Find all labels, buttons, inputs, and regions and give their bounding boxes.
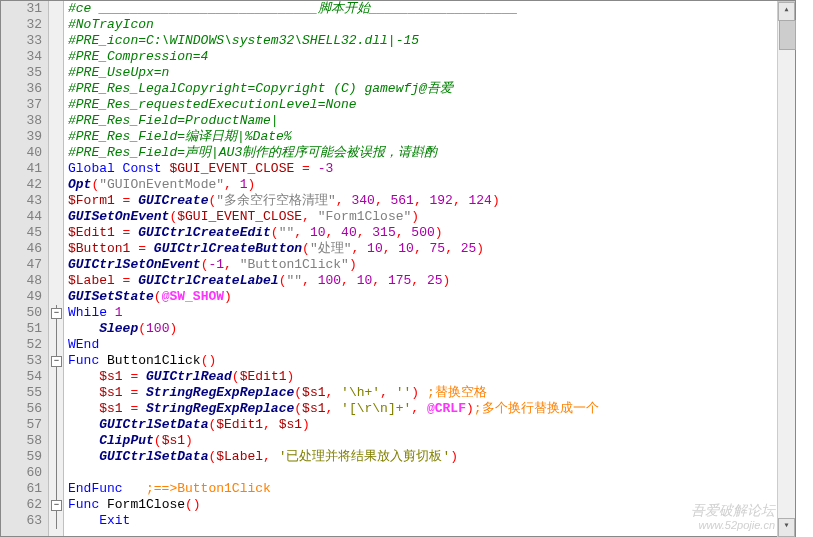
code-line[interactable]: $s1 = StringRegExpReplace($s1, '[\r\n]+'… bbox=[68, 401, 795, 417]
code-line[interactable]: $Button1 = GUICtrlCreateButton("处理", 10,… bbox=[68, 241, 795, 257]
fold-toggle[interactable]: − bbox=[51, 500, 62, 511]
code-line[interactable]: #PRE_Res_requestedExecutionLevel=None bbox=[68, 97, 795, 113]
line-number: 59 bbox=[1, 449, 42, 465]
line-number: 46 bbox=[1, 241, 42, 257]
code-line[interactable]: #PRE_Res_Field=编译日期|%Date% bbox=[68, 129, 795, 145]
line-number: 41 bbox=[1, 161, 42, 177]
line-number: 49 bbox=[1, 289, 42, 305]
code-line[interactable]: #PRE_UseUpx=n bbox=[68, 65, 795, 81]
code-line[interactable]: Sleep(100) bbox=[68, 321, 795, 337]
scroll-down-button[interactable]: ▾ bbox=[778, 518, 795, 537]
line-number: 38 bbox=[1, 113, 42, 129]
line-number: 47 bbox=[1, 257, 42, 273]
code-line[interactable]: $s1 = GUICtrlRead($Edit1) bbox=[68, 369, 795, 385]
fold-margin[interactable]: −−− bbox=[49, 1, 64, 536]
code-line[interactable]: #PRE_Compression=4 bbox=[68, 49, 795, 65]
code-line[interactable]: $Form1 = GUICreate("多余空行空格清理", 340, 561,… bbox=[68, 193, 795, 209]
line-number: 54 bbox=[1, 369, 42, 385]
line-number: 39 bbox=[1, 129, 42, 145]
line-number: 51 bbox=[1, 321, 42, 337]
code-line[interactable]: $s1 = StringRegExpReplace($s1, '\h+', ''… bbox=[68, 385, 795, 401]
line-number: 34 bbox=[1, 49, 42, 65]
code-line[interactable]: #PRE_icon=C:\WINDOWS\system32\SHELL32.dl… bbox=[68, 33, 795, 49]
code-line[interactable]: GUICtrlSetData($Edit1, $s1) bbox=[68, 417, 795, 433]
code-line[interactable]: GUICtrlSetOnEvent(-1, "Button1Click") bbox=[68, 257, 795, 273]
code-line[interactable]: Global Const $GUI_EVENT_CLOSE = -3 bbox=[68, 161, 795, 177]
line-number: 61 bbox=[1, 481, 42, 497]
code-line[interactable]: #NoTrayIcon bbox=[68, 17, 795, 33]
code-line[interactable]: #PRE_Res_Field=声明|AU3制作的程序可能会被误报，请斟酌 bbox=[68, 145, 795, 161]
code-line[interactable]: Func Button1Click() bbox=[68, 353, 795, 369]
fold-toggle[interactable]: − bbox=[51, 308, 62, 319]
code-line[interactable]: $Label = GUICtrlCreateLabel("", 100, 10,… bbox=[68, 273, 795, 289]
line-number: 56 bbox=[1, 401, 42, 417]
line-number: 63 bbox=[1, 513, 42, 529]
code-line[interactable]: ClipPut($s1) bbox=[68, 433, 795, 449]
line-number: 55 bbox=[1, 385, 42, 401]
line-number: 33 bbox=[1, 33, 42, 49]
code-area[interactable]: #ce ____________________________脚本开始____… bbox=[64, 1, 795, 536]
code-line[interactable] bbox=[68, 465, 795, 481]
code-line[interactable]: #ce ____________________________脚本开始____… bbox=[68, 1, 795, 17]
line-number: 36 bbox=[1, 81, 42, 97]
line-number: 50 bbox=[1, 305, 42, 321]
code-line[interactable]: #PRE_Res_Field=ProductName| bbox=[68, 113, 795, 129]
code-line[interactable]: While 1 bbox=[68, 305, 795, 321]
scroll-up-button[interactable]: ▴ bbox=[778, 2, 795, 21]
code-line[interactable]: WEnd bbox=[68, 337, 795, 353]
line-number: 53 bbox=[1, 353, 42, 369]
line-number: 37 bbox=[1, 97, 42, 113]
line-number: 48 bbox=[1, 273, 42, 289]
code-line[interactable]: #PRE_Res_LegalCopyright=Copyright (C) ga… bbox=[68, 81, 795, 97]
line-number-gutter: 3132333435363738394041424344454647484950… bbox=[1, 1, 49, 536]
line-number: 31 bbox=[1, 1, 42, 17]
code-line[interactable]: GUISetState(@SW_SHOW) bbox=[68, 289, 795, 305]
line-number: 60 bbox=[1, 465, 42, 481]
code-line[interactable]: Opt("GUIOnEventMode", 1) bbox=[68, 177, 795, 193]
fold-toggle[interactable]: − bbox=[51, 356, 62, 367]
line-number: 42 bbox=[1, 177, 42, 193]
code-line[interactable]: GUISetOnEvent($GUI_EVENT_CLOSE, "Form1Cl… bbox=[68, 209, 795, 225]
line-number: 52 bbox=[1, 337, 42, 353]
code-line[interactable]: Func Form1Close() bbox=[68, 497, 795, 513]
line-number: 35 bbox=[1, 65, 42, 81]
line-number: 40 bbox=[1, 145, 42, 161]
line-number: 57 bbox=[1, 417, 42, 433]
line-number: 62 bbox=[1, 497, 42, 513]
vertical-scrollbar[interactable]: ▴ ▾ bbox=[777, 1, 795, 537]
code-line[interactable]: $Edit1 = GUICtrlCreateEdit("", 10, 40, 3… bbox=[68, 225, 795, 241]
code-editor: 3132333435363738394041424344454647484950… bbox=[0, 0, 796, 537]
line-number: 45 bbox=[1, 225, 42, 241]
line-number: 44 bbox=[1, 209, 42, 225]
code-line[interactable]: GUICtrlSetData($Label, '已处理并将结果放入剪切板') bbox=[68, 449, 795, 465]
line-number: 32 bbox=[1, 17, 42, 33]
code-line[interactable]: EndFunc ;==>Button1Click bbox=[68, 481, 795, 497]
code-line[interactable]: Exit bbox=[68, 513, 795, 529]
line-number: 43 bbox=[1, 193, 42, 209]
line-number: 58 bbox=[1, 433, 42, 449]
scroll-thumb[interactable] bbox=[779, 20, 796, 50]
